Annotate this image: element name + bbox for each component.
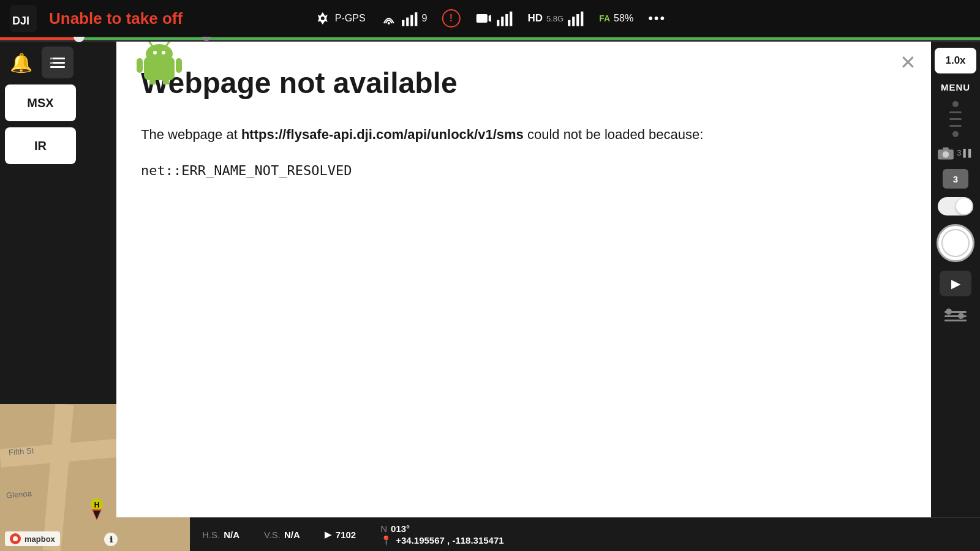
battery-indicator: FA 58% bbox=[599, 13, 633, 24]
svg-rect-17 bbox=[581, 12, 584, 26]
modal-overlay: ✕ Webpage not available The webpage at h… bbox=[116, 42, 931, 517]
vertical-speed-stat: V.S. N/A bbox=[264, 530, 300, 540]
settings-knob-2 bbox=[958, 313, 964, 319]
camera-shutter-icon bbox=[937, 146, 954, 160]
mapbox-logo: mapbox bbox=[5, 531, 60, 546]
toggle-switch[interactable] bbox=[938, 197, 973, 216]
topbar: DJI Unable to take off P-GPS bbox=[0, 0, 980, 37]
svg-marker-9 bbox=[488, 15, 491, 22]
svg-rect-15 bbox=[573, 17, 575, 26]
right-icon-row-top bbox=[949, 101, 962, 137]
svg-point-33 bbox=[162, 51, 165, 54]
svg-rect-21 bbox=[50, 58, 53, 59]
vs-value: N/A bbox=[284, 530, 300, 540]
hd-indicator: HD 5.8G bbox=[527, 10, 584, 27]
settings-icon[interactable] bbox=[941, 305, 970, 327]
svg-rect-14 bbox=[568, 20, 571, 26]
svg-rect-38 bbox=[149, 78, 156, 84]
hd-freq: 5.8G bbox=[546, 14, 564, 23]
number-badge: 3 bbox=[943, 169, 968, 189]
camera-mode-label: 3 ▌▌ bbox=[957, 149, 973, 157]
bell-icon[interactable]: 🔔 bbox=[5, 47, 37, 78]
bell-symbol: 🔔 bbox=[10, 52, 32, 73]
more-options[interactable]: ••• bbox=[648, 10, 666, 26]
svg-rect-16 bbox=[577, 14, 579, 26]
map-info-icon[interactable]: ℹ bbox=[104, 533, 118, 546]
three-dots-icon[interactable]: ••• bbox=[648, 10, 666, 26]
right-dash-1 bbox=[949, 111, 962, 113]
android-symbol bbox=[135, 42, 184, 84]
left-sidebar: 🔔 MSX IR bbox=[0, 42, 116, 169]
drone-icon bbox=[314, 10, 331, 27]
svg-rect-22 bbox=[50, 62, 53, 64]
heading-value: 013° bbox=[391, 523, 410, 534]
modal-url: https://flysafe-api.dji.com/api/unlock/v… bbox=[241, 127, 524, 142]
video-signal-icon bbox=[496, 10, 513, 27]
svg-rect-29 bbox=[943, 148, 949, 151]
svg-rect-36 bbox=[137, 58, 143, 73]
settings-line-1 bbox=[944, 311, 967, 313]
modal-error-code: net::ERR_NAME_NOT_RESOLVED bbox=[141, 163, 907, 178]
list-icon[interactable] bbox=[42, 47, 74, 78]
right-dash-2 bbox=[949, 118, 962, 120]
fa-label: FA bbox=[599, 13, 610, 23]
slider-track bbox=[0, 37, 980, 40]
shutter-inner bbox=[941, 229, 970, 257]
svg-rect-37 bbox=[176, 58, 182, 73]
n-label: N bbox=[380, 523, 387, 534]
svg-marker-26 bbox=[93, 511, 100, 519]
ir-button[interactable]: IR bbox=[5, 127, 76, 164]
svg-line-35 bbox=[167, 42, 170, 45]
camera-area: 3 ▌▌ bbox=[937, 146, 973, 160]
alert-indicator: ! bbox=[442, 9, 460, 28]
svg-rect-6 bbox=[410, 15, 413, 26]
coords-section: N 013° 📍 +34.195567 , -118.315471 bbox=[380, 523, 503, 546]
alert-circle-icon: ! bbox=[442, 9, 460, 28]
flight-icon: ▶ bbox=[325, 529, 332, 540]
rc-signal-num: 9 bbox=[422, 13, 428, 24]
vs-label: V.S. bbox=[264, 530, 281, 540]
svg-rect-10 bbox=[497, 20, 499, 26]
drone-h-marker-icon: H bbox=[86, 498, 108, 520]
dji-logo: DJI bbox=[7, 2, 39, 34]
gps-label: P-GPS bbox=[335, 13, 366, 24]
map-street-label-2: Glenoa bbox=[6, 489, 32, 500]
svg-rect-4 bbox=[402, 20, 404, 26]
pin-icon: 📍 bbox=[380, 535, 392, 546]
camera-icon bbox=[475, 10, 492, 27]
svg-point-31 bbox=[146, 44, 173, 64]
right-dot-2 bbox=[952, 131, 959, 137]
menu-label: MENU bbox=[941, 82, 970, 92]
hs-label: H.S. bbox=[202, 530, 220, 540]
rc-icon bbox=[380, 10, 398, 27]
coords-stat: 📍 +34.195567 , -118.315471 bbox=[380, 535, 503, 546]
svg-rect-5 bbox=[406, 18, 409, 26]
modal-close-button[interactable]: ✕ bbox=[900, 53, 916, 72]
svg-point-3 bbox=[388, 22, 390, 24]
gps-indicator: P-GPS bbox=[314, 10, 366, 27]
play-button[interactable]: ▶ bbox=[940, 271, 971, 296]
svg-rect-39 bbox=[163, 78, 169, 84]
right-sidebar: 1.0x MENU 3 ▌▌ 3 ▶ bbox=[931, 42, 980, 333]
svg-rect-12 bbox=[505, 14, 508, 26]
zoom-button[interactable]: 1.0x bbox=[935, 48, 976, 73]
svg-rect-8 bbox=[476, 14, 487, 23]
svg-text:DJI: DJI bbox=[12, 15, 29, 27]
svg-point-32 bbox=[153, 51, 157, 54]
svg-text:H: H bbox=[94, 501, 100, 509]
svg-point-28 bbox=[943, 151, 950, 159]
right-dot-1 bbox=[952, 101, 959, 107]
play-icon: ▶ bbox=[951, 276, 960, 291]
modal-title: Webpage not available bbox=[141, 66, 907, 100]
horizontal-speed-stat: H.S. N/A bbox=[202, 530, 239, 540]
video-indicator bbox=[475, 10, 513, 27]
top-icons-row: 🔔 bbox=[5, 47, 111, 78]
top-center-indicators: P-GPS 9 ! bbox=[314, 9, 666, 28]
msx-button[interactable]: MSX bbox=[5, 84, 76, 121]
drone-marker: H bbox=[86, 498, 108, 520]
svg-rect-7 bbox=[415, 12, 417, 26]
shutter-button[interactable] bbox=[937, 224, 974, 262]
modal-body-prefix: The webpage at bbox=[141, 127, 241, 142]
info-symbol: ℹ bbox=[110, 535, 113, 544]
list-symbol bbox=[48, 53, 67, 72]
